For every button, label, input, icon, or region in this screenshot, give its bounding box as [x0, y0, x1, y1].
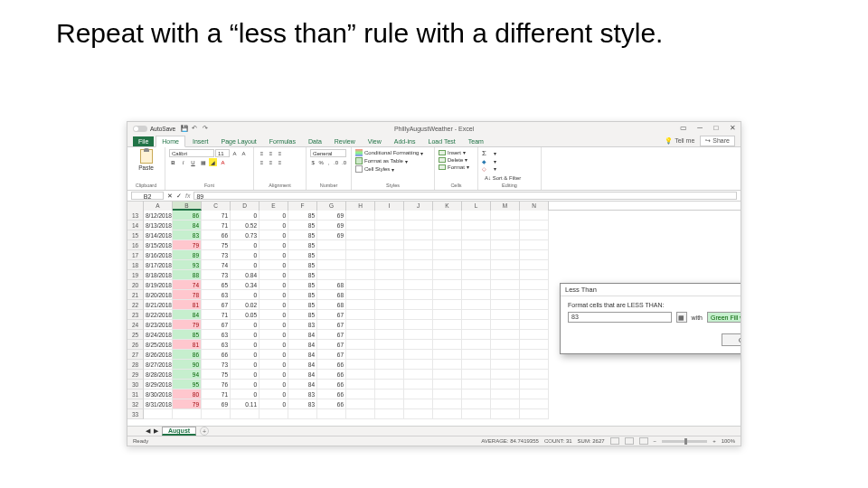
align-left-icon[interactable]: ≡ [258, 158, 266, 166]
bold-button[interactable]: B [169, 158, 177, 166]
cell[interactable] [404, 250, 433, 260]
cell[interactable] [462, 270, 491, 280]
comma-button[interactable]: , [326, 158, 331, 166]
cell[interactable]: 94 [173, 370, 202, 380]
cell[interactable] [144, 409, 173, 419]
cell[interactable] [433, 409, 462, 419]
cell-styles-button[interactable]: Cell Styles ▾ [355, 165, 430, 173]
cell[interactable]: 0 [259, 260, 288, 270]
cell[interactable]: 73 [202, 270, 231, 280]
cell[interactable]: 8/15/2018 [144, 240, 173, 250]
row-header[interactable]: 25 [127, 330, 144, 340]
cell[interactable] [288, 409, 317, 419]
name-box[interactable]: B2 [131, 192, 164, 200]
cell[interactable] [375, 300, 404, 310]
cell[interactable] [259, 409, 288, 419]
cell[interactable]: 67 [317, 320, 346, 330]
cell[interactable] [346, 330, 375, 340]
col-header-H[interactable]: H [346, 202, 375, 211]
cell[interactable]: 85 [288, 270, 317, 280]
cell[interactable]: 75 [202, 370, 231, 380]
cell[interactable] [375, 360, 404, 370]
row-header[interactable]: 30 [127, 380, 144, 389]
cell[interactable] [404, 389, 433, 399]
formula-input[interactable]: 89 [193, 192, 737, 200]
col-header-L[interactable]: L [462, 202, 491, 211]
font-color-button[interactable]: A [219, 158, 227, 166]
row-header[interactable]: 20 [127, 280, 144, 290]
cell[interactable] [462, 221, 491, 230]
cell[interactable]: 0.34 [231, 280, 259, 290]
cell[interactable] [433, 260, 462, 270]
new-sheet-button[interactable]: + [200, 427, 209, 436]
cell[interactable] [231, 409, 259, 419]
cell[interactable] [520, 290, 549, 300]
cell[interactable] [433, 221, 462, 230]
cell[interactable] [462, 330, 491, 340]
cell[interactable]: 0.84 [231, 270, 259, 280]
cancel-formula-icon[interactable]: ✕ [167, 192, 173, 200]
cell[interactable]: 86 [173, 350, 202, 360]
cell[interactable]: 67 [317, 350, 346, 360]
range-selector-icon[interactable]: ▦ [676, 312, 687, 323]
select-all-corner[interactable] [127, 202, 144, 211]
cell[interactable]: 75 [202, 240, 231, 250]
align-top-icon[interactable]: ≡ [258, 149, 266, 157]
cell[interactable]: 90 [173, 360, 202, 370]
cell[interactable] [491, 370, 520, 380]
row-header[interactable]: 13 [127, 211, 144, 221]
cell[interactable] [375, 310, 404, 320]
cell[interactable] [462, 240, 491, 250]
cell[interactable] [520, 230, 549, 240]
row-header[interactable]: 23 [127, 310, 144, 320]
tab-team[interactable]: Team [463, 136, 489, 146]
cell[interactable]: 89 [173, 250, 202, 260]
cell[interactable]: 0.02 [231, 300, 259, 310]
row-header[interactable]: 26 [127, 340, 144, 350]
cell[interactable]: 84 [288, 370, 317, 380]
cell[interactable]: 84 [288, 380, 317, 389]
cell[interactable]: 83 [173, 230, 202, 240]
row-header[interactable]: 16 [127, 240, 144, 250]
row-header[interactable]: 19 [127, 270, 144, 280]
cell[interactable] [433, 230, 462, 240]
cell[interactable] [346, 389, 375, 399]
autosum-icon[interactable]: Σ [482, 149, 491, 157]
row-header[interactable]: 17 [127, 250, 144, 260]
cell[interactable]: 84 [288, 330, 317, 340]
cell[interactable] [491, 389, 520, 399]
cell[interactable] [520, 380, 549, 389]
border-button[interactable]: ▦ [199, 158, 207, 166]
cell[interactable]: 67 [317, 330, 346, 340]
cell[interactable]: 8/17/2018 [144, 260, 173, 270]
cell[interactable] [491, 211, 520, 221]
row-header[interactable]: 28 [127, 360, 144, 370]
cell[interactable]: 0 [259, 389, 288, 399]
cell[interactable] [491, 300, 520, 310]
cell[interactable]: 83 [288, 320, 317, 330]
cell[interactable]: 85 [288, 230, 317, 240]
row-header[interactable]: 21 [127, 290, 144, 300]
col-header-G[interactable]: G [317, 202, 346, 211]
align-middle-icon[interactable]: ≡ [267, 149, 275, 157]
cell[interactable] [375, 389, 404, 399]
cell[interactable]: 66 [317, 370, 346, 380]
cell[interactable] [491, 230, 520, 240]
row-header[interactable]: 33 [127, 409, 144, 419]
cell[interactable] [462, 399, 491, 409]
tab-home[interactable]: Home [156, 136, 185, 147]
cell[interactable] [462, 290, 491, 300]
cell[interactable] [404, 221, 433, 230]
cell[interactable]: 0 [231, 330, 259, 340]
fx-icon[interactable]: fx [185, 192, 190, 199]
cell[interactable] [346, 360, 375, 370]
cell[interactable] [375, 250, 404, 260]
format-cells-button[interactable]: Format ▾ [439, 164, 474, 170]
col-header-K[interactable]: K [433, 202, 462, 211]
insert-cells-button[interactable]: Insert ▾ [439, 149, 474, 155]
cell[interactable] [433, 300, 462, 310]
cell[interactable]: 65 [202, 280, 231, 290]
cell[interactable] [346, 370, 375, 380]
cell[interactable] [375, 380, 404, 389]
threshold-input[interactable]: 83 [568, 312, 672, 323]
